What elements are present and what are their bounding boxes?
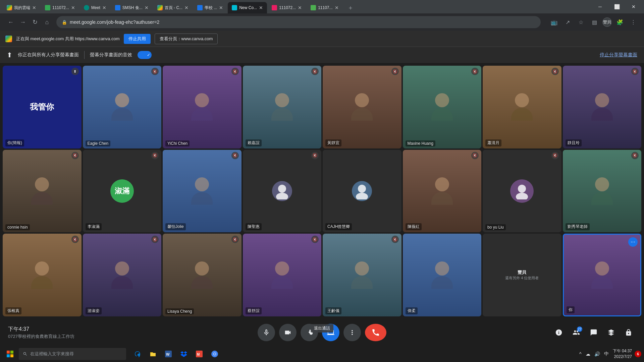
tab-2[interactable]: 111072... ✕ bbox=[41, 2, 79, 13]
tab-close-1[interactable]: ✕ bbox=[32, 5, 36, 10]
taskbar-word[interactable]: W bbox=[161, 347, 176, 361]
taskbar-chrome[interactable] bbox=[207, 347, 222, 361]
chat-button[interactable] bbox=[586, 325, 601, 340]
tile-li-shuman[interactable]: 淑滿 李淑滿 🔇 bbox=[83, 150, 162, 233]
meet-container: ⬆ 你正在與所有人分享螢幕畫面 螢幕分享畫面的音效 停止分享螢幕畫面 我管你 你… bbox=[0, 47, 644, 346]
tab-close-8[interactable]: ✕ bbox=[298, 5, 302, 10]
mute-icon-chenweihong: 🔇 bbox=[471, 152, 479, 159]
lock-button[interactable] bbox=[621, 325, 636, 340]
people-button[interactable]: 27 bbox=[569, 325, 584, 340]
sharing-banner: 正在與 meet.google.com 共用 https://www.canva… bbox=[0, 31, 644, 47]
tab-5[interactable]: 首頁 - C... ✕ bbox=[153, 2, 193, 13]
tile-you-shuzi[interactable]: 游淑姿 🔇 bbox=[83, 234, 162, 316]
windows-start-button[interactable] bbox=[3, 347, 17, 361]
tab-close-9[interactable]: ✕ bbox=[335, 5, 339, 10]
pres-text: 我管你 bbox=[30, 102, 54, 112]
taskbar-app5[interactable]: M bbox=[192, 347, 207, 361]
system-clock[interactable]: 下午 04:37 2022/7/27 bbox=[613, 348, 632, 360]
tab-4[interactable]: SMSH 食... ✕ bbox=[111, 2, 153, 13]
share-screen-button[interactable] bbox=[322, 324, 339, 341]
new-tab-button[interactable]: ＋ bbox=[343, 2, 356, 13]
tray-lang[interactable]: 中 bbox=[603, 350, 610, 358]
taskbar-search[interactable]: 在這裡輸入文字來搜尋 bbox=[19, 348, 126, 360]
sidebar-icon[interactable]: ▤ bbox=[589, 17, 600, 27]
tile-wang-lingyi[interactable]: 王齡儀 🔇 bbox=[323, 234, 401, 316]
share-icon[interactable]: ↗ bbox=[562, 17, 573, 27]
mute-icon-lishuman: 🔇 bbox=[151, 152, 159, 159]
tile-xiao-qingyue[interactable]: 蕭清月 🔇 bbox=[483, 66, 561, 148]
home-button[interactable]: ⌂ bbox=[42, 17, 52, 27]
search-placeholder: 在這裡輸入文字來搜尋 bbox=[30, 351, 74, 357]
taskbar-edge[interactable] bbox=[130, 347, 145, 361]
tile-fengbei-multi[interactable]: 豐貝 還有另外 4 位使用者 bbox=[483, 234, 561, 316]
tile-weirou[interactable]: 偉柔 bbox=[403, 234, 482, 316]
close-button[interactable]: ✕ bbox=[626, 1, 641, 12]
tile-xinyi-jolie[interactable]: 馨怡Jolie 🔇 bbox=[163, 150, 241, 233]
svg-point-16 bbox=[214, 353, 216, 355]
stop-share-button[interactable]: 停止共用 bbox=[124, 34, 151, 44]
tile-self[interactable]: 你 ⋯ bbox=[563, 234, 642, 316]
address-input[interactable]: 🔒 meet.google.com/job-feag-ehc?authuser=… bbox=[56, 16, 541, 28]
tile-cai-shuyi[interactable]: 蔡舒誼 🔇 bbox=[243, 234, 322, 316]
tile-boyu-liu[interactable]: bo yu Liu 🔇 bbox=[483, 150, 561, 233]
tab-1[interactable]: 我的雲端 ✕ bbox=[3, 2, 40, 13]
tile-zhang-rongzhen[interactable]: 張榕真 🔇 bbox=[3, 234, 82, 316]
tab-close-5[interactable]: ✕ bbox=[184, 5, 189, 10]
share-screen-icon bbox=[327, 329, 334, 336]
activities-button[interactable] bbox=[604, 325, 619, 340]
tab-6[interactable]: 學校 ... ✕ bbox=[193, 2, 227, 13]
tile-jing-qieling[interactable]: 靜且玲 🔇 bbox=[563, 66, 642, 148]
hand-raise-button[interactable] bbox=[301, 324, 318, 341]
tab-close-2[interactable]: ✕ bbox=[71, 5, 75, 10]
tray-chevron[interactable]: ^ bbox=[578, 350, 583, 358]
tab-7[interactable]: New Co... ✕ bbox=[228, 2, 267, 13]
tab-close-7[interactable]: ✕ bbox=[259, 5, 263, 10]
tab-close-4[interactable]: ✕ bbox=[145, 5, 149, 10]
tab-close-3[interactable]: ✕ bbox=[102, 5, 106, 10]
tile-lisaya-cheng[interactable]: Lisaya Cheng 🔇 bbox=[163, 234, 241, 316]
info-button[interactable] bbox=[551, 325, 566, 340]
minimize-button[interactable]: ─ bbox=[592, 1, 608, 12]
tile-name-chenweihong: 陳薇紅 bbox=[406, 223, 422, 230]
tile-presentation[interactable]: 我管你 你(簡報) ⬆ bbox=[3, 66, 82, 148]
tile-liu-xiuqin[interactable]: 劉秀琴老師 🔇 bbox=[563, 150, 642, 233]
maximize-button[interactable]: ⬜ bbox=[609, 1, 625, 12]
camera-button[interactable] bbox=[279, 324, 297, 341]
tray-cloud[interactable]: ☁ bbox=[584, 350, 592, 358]
tile-connie-hsin[interactable]: connie hsin 🔇 bbox=[3, 150, 82, 233]
taskbar-explorer[interactable] bbox=[146, 347, 160, 361]
back-button[interactable]: ← bbox=[5, 17, 16, 27]
cast-icon[interactable]: 📺 bbox=[549, 17, 559, 27]
tile-maxine-huang[interactable]: Maxine Huang 🔇 bbox=[403, 66, 482, 148]
bookmark-icon[interactable]: ☆ bbox=[576, 17, 586, 27]
tile-cajh-zeng[interactable]: CAJH曾慧卿 bbox=[323, 150, 401, 233]
tile-chen-weihong[interactable]: 陳薇紅 🔇 bbox=[403, 150, 482, 233]
tile-name-laijiayi: 賴嘉誼 bbox=[246, 139, 262, 146]
extensions-icon[interactable]: 🧩 bbox=[614, 17, 625, 27]
mic-button[interactable] bbox=[258, 324, 275, 341]
tile-yichi-chen[interactable]: YiChi Chen 🔇 bbox=[163, 66, 241, 148]
audio-toggle-switch[interactable] bbox=[138, 51, 152, 59]
tile-huang-jingyi[interactable]: 黃靜宜 🔇 bbox=[323, 66, 401, 148]
notification-badge[interactable]: 6 bbox=[635, 351, 641, 357]
view-tab-button[interactable]: 查看分頁：www.canva.com bbox=[155, 34, 218, 44]
tile-lai-jiayi[interactable]: 賴嘉誼 🔇 bbox=[243, 66, 322, 148]
profile-button[interactable]: 豐貝 bbox=[602, 17, 612, 27]
menu-icon[interactable]: ⋮ bbox=[628, 17, 639, 27]
taskbar-dropbox[interactable] bbox=[176, 347, 191, 361]
forward-button[interactable]: → bbox=[17, 17, 28, 27]
options-badge-self[interactable]: ⋯ bbox=[628, 237, 638, 247]
mute-icon-xinyijolie: 🔇 bbox=[231, 152, 239, 159]
tab-9[interactable]: 11107... ✕ bbox=[307, 2, 342, 13]
tab-close-6[interactable]: ✕ bbox=[219, 5, 223, 10]
tile-eagle-chen[interactable]: Eagle Chen 🔇 bbox=[83, 66, 162, 148]
tray-speaker[interactable]: 🔊 bbox=[593, 350, 601, 358]
end-call-button[interactable] bbox=[365, 324, 386, 341]
tile-name-xiaoqingyue: 蕭清月 bbox=[485, 139, 501, 146]
more-options-button[interactable] bbox=[343, 324, 361, 341]
tab-8[interactable]: 111072... ✕ bbox=[268, 2, 306, 13]
reload-button[interactable]: ↻ bbox=[30, 17, 40, 27]
stop-share-screen-link[interactable]: 停止分享螢幕畫面 bbox=[600, 52, 637, 58]
tab-3[interactable]: Meet ✕ bbox=[80, 2, 110, 13]
tile-chen-shenghui[interactable]: 陳聖惠 🔇 bbox=[243, 150, 322, 233]
